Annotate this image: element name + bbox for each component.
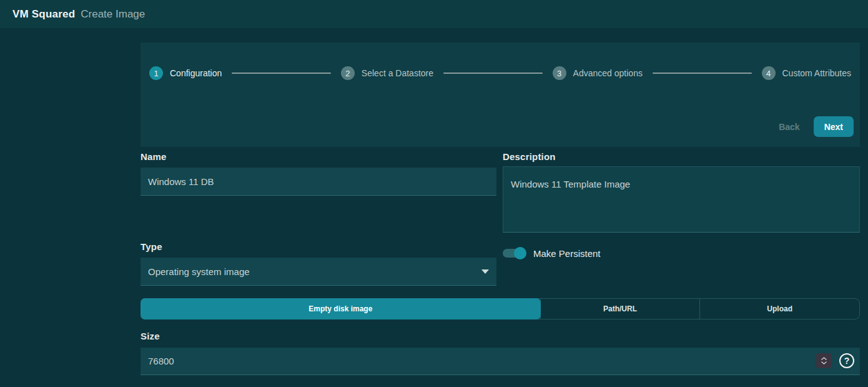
chevron-up-icon [821, 357, 827, 360]
make-persistent-label: Make Persistent [533, 248, 601, 259]
description-value: Windows 11 Template Image [511, 179, 630, 189]
step-select-datastore[interactable]: 2 Select a Datastore [341, 66, 433, 80]
app-brand: VM Squared [12, 8, 75, 21]
image-source-tabs: Empty disk image Path/URL Upload [141, 298, 860, 319]
step-2-label: Select a Datastore [362, 68, 433, 78]
step-custom-attributes[interactable]: 4 Custom Attributes [762, 66, 852, 80]
step-4-label: Custom Attributes [782, 68, 852, 78]
stepper-connector [653, 73, 752, 74]
make-persistent-toggle[interactable] [503, 246, 526, 260]
name-input[interactable]: Windows 11 DB [141, 168, 496, 196]
toggle-thumb [514, 247, 526, 259]
tab-empty-disk-image[interactable]: Empty disk image [141, 298, 541, 319]
step-1-label: Configuration [170, 68, 222, 78]
tab-path-url[interactable]: Path/URL [540, 299, 700, 319]
stepper-connector [443, 73, 543, 74]
type-selected-value: Operating system image [148, 266, 250, 277]
size-input[interactable]: 76800 ? [141, 348, 860, 375]
back-button[interactable]: Back [770, 117, 808, 137]
step-2-circle: 2 [341, 66, 355, 80]
size-label: Size [141, 331, 160, 341]
wizard-card: 1 Configuration 2 Select a Datastore 3 A… [141, 43, 860, 147]
step-3-label: Advanced options [573, 68, 643, 78]
name-label: Name [141, 151, 167, 162]
make-persistent-row: Make Persistent [503, 245, 601, 261]
number-stepper-icon[interactable] [816, 353, 831, 368]
description-label: Description [503, 151, 556, 162]
tab-upload[interactable]: Upload [699, 299, 859, 319]
step-4-circle: 4 [762, 66, 776, 80]
page-title: Create Image [81, 8, 145, 21]
stepper-connector [232, 73, 331, 74]
create-image-screen: VM Squared Create Image 1 Configuration … [0, 0, 868, 387]
name-value: Windows 11 DB [148, 176, 214, 187]
description-textarea[interactable]: Windows 11 Template Image [503, 166, 860, 233]
help-circle-icon[interactable]: ? [839, 353, 854, 368]
step-3-circle: 3 [553, 66, 566, 80]
type-select[interactable]: Operating system image [141, 258, 496, 286]
chevron-down-icon [481, 269, 489, 274]
size-value: 76800 [148, 356, 174, 366]
step-advanced-options[interactable]: 3 Advanced options [553, 66, 643, 80]
wizard-stepper: 1 Configuration 2 Select a Datastore 3 A… [141, 43, 860, 80]
step-configuration[interactable]: 1 Configuration [149, 66, 222, 80]
next-button[interactable]: Next [814, 116, 854, 137]
type-label: Type [141, 241, 162, 252]
wizard-actions: Back Next [770, 116, 854, 137]
create-image-page: 1 Configuration 2 Select a Datastore 3 A… [0, 28, 868, 387]
chevron-down-icon [821, 361, 827, 364]
topbar: VM Squared Create Image [0, 0, 868, 28]
step-1-circle: 1 [149, 66, 163, 80]
